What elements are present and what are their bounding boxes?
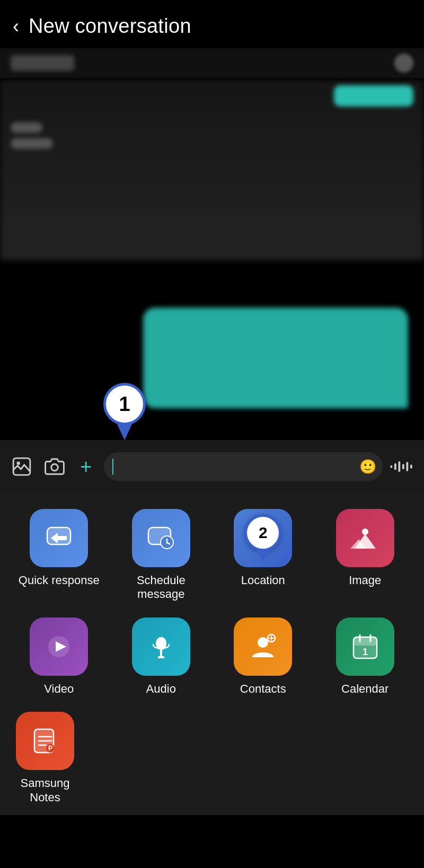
svg-point-23 (258, 637, 268, 648)
camera-icon (45, 457, 65, 477)
app-grid-row1: Quick response Schedule message (11, 509, 413, 602)
pin-tail-1 (117, 424, 132, 440)
svg-rect-8 (410, 464, 412, 469)
audio-icon-svg (145, 631, 177, 663)
pin-tail-2 (257, 550, 269, 562)
chat-area: 1 + 🙂 (0, 48, 424, 493)
video-icon-svg (43, 631, 75, 663)
svg-rect-4 (394, 463, 396, 470)
location-icon-bg: 2 (234, 509, 292, 567)
pin-circle-2: 2 (244, 514, 281, 551)
app-item-calendar[interactable]: 1 Calendar (317, 618, 414, 696)
recipient-avatar-blurred (394, 53, 413, 73)
samsung-notes-label: Samsung Notes (16, 776, 74, 804)
samsung-notes-icon: P (16, 712, 74, 770)
message-gray2 (11, 138, 53, 149)
svg-point-1 (17, 462, 20, 465)
message-bubble-small (334, 85, 413, 106)
emoji-button[interactable]: 🙂 (359, 459, 376, 475)
image-icon (336, 509, 394, 567)
gallery-button[interactable] (8, 453, 35, 480)
svg-rect-3 (391, 466, 393, 468)
audio-icon (132, 618, 190, 676)
text-cursor (112, 459, 113, 475)
calendar-icon: 1 (336, 618, 394, 676)
app-item-image[interactable]: Image (317, 509, 414, 602)
voice-button[interactable] (389, 453, 416, 480)
app-grid-row2: Video Audio (11, 618, 413, 696)
contacts-icon-svg (247, 631, 279, 663)
video-icon (30, 618, 88, 676)
header: ‹ New conversation (0, 0, 424, 48)
quick-response-label: Quick response (19, 574, 100, 587)
back-button[interactable]: ‹ (13, 17, 19, 36)
app-grid-container: Quick response Schedule message (0, 493, 424, 815)
samsung-notes-icon-svg: P (29, 725, 61, 757)
quick-response-icon (30, 509, 88, 567)
gallery-icon (12, 457, 32, 477)
image-icon-svg (349, 522, 381, 554)
location-pin-2: 2 (244, 514, 281, 562)
schedule-message-icon-svg (145, 522, 177, 554)
svg-point-2 (51, 464, 58, 471)
contacts-label: Contacts (240, 682, 286, 696)
message-bubble-teal (143, 308, 408, 408)
calendar-label: Calendar (341, 682, 388, 696)
message-gray1 (11, 122, 42, 133)
page-title: New conversation (29, 15, 191, 38)
schedule-message-icon (132, 509, 190, 567)
svg-text:1: 1 (363, 647, 368, 657)
image-label: Image (349, 574, 381, 587)
video-label: Video (44, 682, 74, 696)
keyboard-blurred (0, 80, 424, 260)
app-item-samsung-notes[interactable]: P Samsung Notes (16, 712, 74, 804)
location-icon-wrap: 2 (234, 509, 292, 567)
svg-rect-7 (407, 462, 409, 471)
quick-response-icon-svg (43, 522, 75, 554)
message-input[interactable]: 🙂 (104, 452, 383, 481)
svg-text:P: P (48, 745, 52, 752)
svg-rect-30 (354, 637, 377, 646)
schedule-message-label: Schedule message (113, 574, 210, 602)
recipient-bar (0, 48, 424, 78)
location-pin-1: 1 (103, 383, 146, 440)
svg-rect-5 (399, 461, 401, 472)
app-item-contacts[interactable]: Contacts (215, 618, 312, 696)
app-item-location[interactable]: 2 Location (215, 509, 312, 602)
camera-button[interactable] (41, 453, 68, 480)
location-label: Location (241, 574, 285, 587)
input-bar: + 🙂 (0, 440, 424, 493)
app-item-video[interactable]: Video (11, 618, 108, 696)
add-attachment-button[interactable]: + (74, 455, 98, 478)
app-item-quick-response[interactable]: Quick response (11, 509, 108, 602)
calendar-icon-svg: 1 (349, 631, 381, 663)
pin-circle-1: 1 (103, 383, 146, 425)
contacts-icon (234, 618, 292, 676)
app-item-audio[interactable]: Audio (113, 618, 210, 696)
svg-rect-6 (402, 464, 404, 469)
recipient-name-blurred (11, 55, 74, 71)
app-item-schedule-message[interactable]: Schedule message (113, 509, 210, 602)
voice-wave-icon (389, 459, 416, 475)
app-grid-row3: P Samsung Notes (11, 712, 413, 804)
audio-label: Audio (146, 682, 176, 696)
